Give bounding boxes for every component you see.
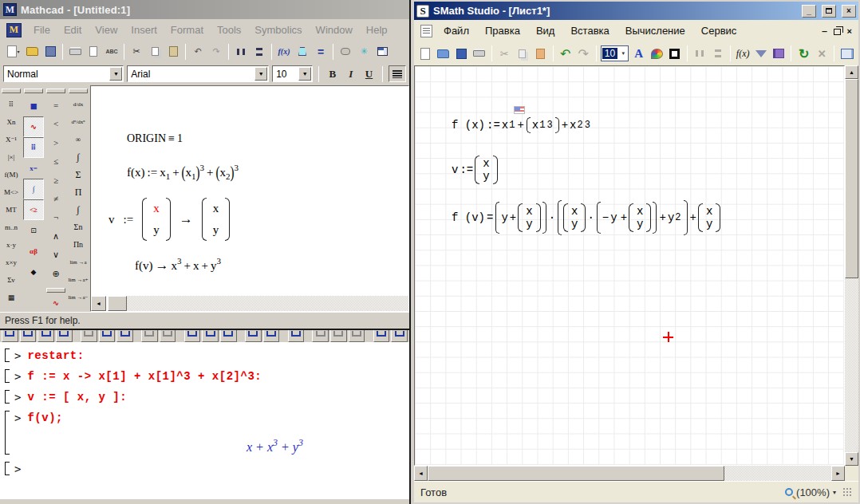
maple-input-group[interactable]: >f := x -> x[1] + x[1]^3 + x[2]^3: (5, 368, 409, 384)
mathcad-worksheet[interactable]: ORIGIN≡1 f(x):=x1+(x1)3+(x2)3 v:= xy → x… (90, 85, 409, 312)
color-palette-button[interactable] (649, 45, 665, 63)
vector-definition-region[interactable]: v:= xy → xy (108, 198, 230, 241)
mdi-close-button[interactable]: × (847, 26, 852, 36)
maple-toolbar-button[interactable] (141, 330, 158, 342)
xor-icon[interactable]: ⊕ (45, 264, 66, 282)
align-vertical-button[interactable] (709, 45, 726, 63)
fx-definition-region[interactable]: f (x):=x1+x13+x23 (452, 117, 591, 133)
menu-edit[interactable]: Edit (64, 24, 81, 36)
print-button[interactable] (66, 43, 84, 60)
align-down-button[interactable] (251, 43, 268, 60)
print-button[interactable] (471, 45, 488, 63)
calculate-button[interactable]: = (312, 43, 329, 60)
zoom-dropdown-icon[interactable]: ▾ (833, 489, 836, 496)
greater-equal-icon[interactable]: ≥ (45, 171, 66, 189)
paste-button[interactable] (164, 43, 182, 60)
scroll-up-icon[interactable]: ▲ (845, 65, 858, 79)
vector-definition-region[interactable]: v:= xy (452, 156, 498, 184)
limit-left-icon[interactable]: lim →a− (68, 289, 89, 306)
product-icon[interactable]: Π (68, 183, 89, 201)
open-button[interactable] (436, 45, 452, 63)
maple-worksheet[interactable]: >restart: >f := x -> x[1] + x[1]^3 + x[2… (0, 342, 409, 504)
inverse-icon[interactable]: X⁻¹ (1, 131, 22, 148)
not-icon[interactable]: ¬ (45, 208, 66, 226)
component-button[interactable] (337, 43, 354, 60)
menu-calculation-ru[interactable]: Вычисление (625, 25, 685, 37)
maple-input-group[interactable]: >restart: (5, 347, 409, 364)
maple-toolbar-button[interactable] (116, 330, 133, 342)
or-icon[interactable]: ∨ (45, 246, 66, 264)
recalculate-button[interactable]: ↻ (795, 45, 812, 63)
cut-button[interactable]: ✂ (128, 43, 145, 60)
symbolic-result-region[interactable]: f(v)→x3+x+y3 (135, 256, 221, 274)
menu-service-ru[interactable]: Сервис (701, 25, 737, 37)
align-across-button[interactable] (232, 43, 250, 60)
cut-button[interactable]: ✂ (496, 45, 513, 63)
copy-button[interactable] (515, 45, 531, 63)
minimize-button[interactable]: _ (802, 5, 816, 18)
transpose-icon[interactable]: MT (1, 201, 22, 219)
style-combo[interactable]: Normal ▼ (3, 65, 124, 82)
new-button[interactable]: ▾ (5, 43, 22, 60)
smath-vertical-scrollbar[interactable]: ▲ ▼ (845, 65, 858, 466)
insert-unit-button[interactable] (294, 43, 311, 60)
wizard-button[interactable]: ✳ (355, 43, 373, 60)
zoom-value[interactable]: (100%) (796, 486, 830, 498)
range-product-icon[interactable]: Πn (68, 236, 89, 254)
scrollbar-track[interactable] (724, 466, 831, 481)
menu-tools[interactable]: Tools (217, 24, 241, 36)
maple-toolbar-button[interactable] (20, 330, 37, 342)
side-panel-button[interactable] (838, 45, 855, 63)
and-icon[interactable]: ∧ (45, 226, 66, 245)
vector-subscript-icon[interactable]: Xn (1, 113, 22, 131)
maple-empty-prompt[interactable]: > (5, 460, 409, 477)
fx-definition-region[interactable]: f(x):=x1+(x1)3+(x2)3 (127, 163, 239, 181)
vector-sum-icon[interactable]: Σv (1, 271, 22, 289)
maple-toolbar-button[interactable] (220, 330, 237, 342)
bool-equal-icon[interactable]: = (45, 96, 66, 114)
less-than-icon[interactable]: < (45, 114, 66, 132)
insert-table-button[interactable] (373, 43, 391, 60)
open-button[interactable] (23, 43, 41, 60)
maple-toolbar-button[interactable] (288, 330, 305, 342)
maple-toolbar-button[interactable] (245, 330, 262, 342)
maple-toolbar-button[interactable] (160, 330, 176, 342)
evaluation-icon[interactable]: x= (23, 158, 44, 179)
menu-format[interactable]: Format (171, 24, 203, 36)
interrupt-button[interactable]: ✕ (814, 45, 830, 63)
underline-button[interactable]: U (361, 68, 377, 81)
origin-region[interactable]: ORIGIN≡1 (127, 132, 183, 145)
mathcad-horizontal-scrollbar[interactable]: ◄ (91, 296, 408, 311)
maximize-button[interactable] (822, 5, 836, 18)
dot-product-icon[interactable]: x·y (1, 236, 22, 254)
font-size-combo[interactable]: 10 ▾ (601, 45, 629, 61)
resize-grip[interactable] (842, 487, 852, 497)
maple-toolbar-button[interactable] (202, 330, 219, 342)
symbolic-icon[interactable]: ◆ (23, 262, 44, 282)
mdi-restore-button[interactable] (834, 29, 841, 35)
align-left-button[interactable] (389, 65, 406, 82)
boolean-icon[interactable]: <≥ (23, 199, 44, 220)
border-button[interactable] (666, 45, 683, 63)
range-icon[interactable]: m..n (1, 219, 22, 236)
determinant-icon[interactable]: |×| (1, 148, 22, 166)
mdi-minimize-button[interactable]: ‒ (822, 26, 826, 36)
indefinite-integral-icon[interactable]: ∫ (68, 201, 89, 219)
scrollbar-thumb[interactable] (845, 79, 858, 278)
smath-horizontal-scrollbar[interactable]: ◄ ► (414, 466, 858, 481)
insertion-cursor[interactable] (663, 332, 673, 342)
filter-button[interactable] (752, 45, 769, 63)
maple-toolbar-button[interactable] (99, 330, 116, 342)
maple-toolbar-button[interactable] (81, 330, 97, 342)
new-button[interactable] (417, 45, 434, 63)
menu-symbolics[interactable]: Symbolics (254, 24, 302, 36)
function-button[interactable]: f(x) (735, 45, 752, 63)
save-button[interactable] (41, 43, 59, 60)
definite-integral-icon[interactable]: ∫ (68, 148, 89, 166)
range-sum-icon[interactable]: Σn (68, 219, 89, 236)
undo-button[interactable]: ↶ (558, 45, 574, 63)
mathcad-document-icon[interactable]: M (6, 23, 22, 37)
vectorize-icon[interactable]: f(M) (1, 166, 22, 183)
font-color-button[interactable]: A (630, 45, 647, 63)
evaluation-region[interactable]: f (v)= y+ xy · xy · −y+ xy +y2 (452, 200, 720, 235)
